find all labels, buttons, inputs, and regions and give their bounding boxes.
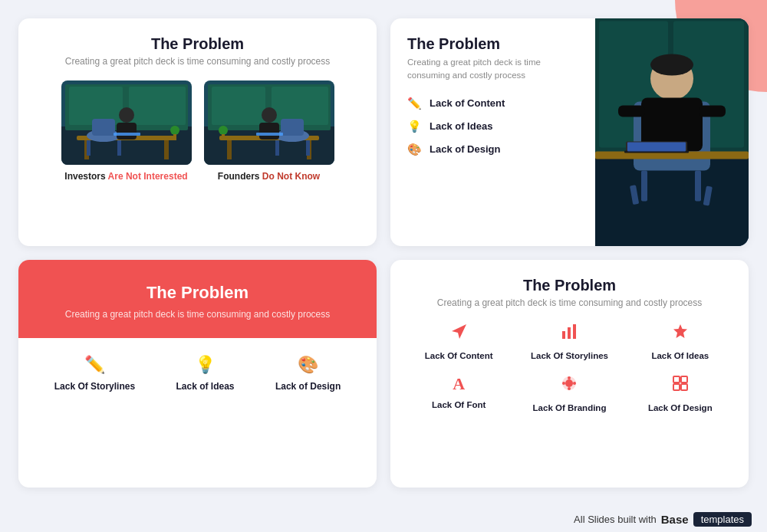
card3-title: The Problem [34,283,361,303]
main-grid: The Problem Creating a great pitch deck … [0,0,767,506]
card4-item-design: Lack Of Design [629,374,732,412]
bulb-icon: 💡 [407,120,422,133]
footer: All Slides built with Base templates [0,506,767,532]
svg-rect-28 [306,140,310,156]
svg-rect-48 [627,143,686,152]
card2-title: The Problem [407,35,580,53]
svg-rect-56 [573,324,576,339]
svg-rect-13 [117,123,137,140]
star-icon [671,322,690,345]
brush-icon: 🎨 [407,143,422,156]
pencil-icon-red: ✏️ [84,355,105,375]
font-icon: A [453,374,465,394]
diamond-icon [560,374,578,397]
svg-rect-14 [114,133,140,136]
svg-rect-7 [164,140,169,159]
card1-label2: Founders Do Not Know [218,171,320,182]
svg-rect-9 [92,119,115,136]
svg-rect-16 [173,134,176,140]
footer-label: All Slides built with [574,514,657,525]
svg-marker-53 [452,324,466,339]
card4-label6: Lack Of Design [648,403,713,412]
svg-rect-43 [618,106,645,117]
card3-item-ideas: 💡 Lack of Ideas [176,355,234,392]
card4-item-content: Lack Of Content [407,322,510,360]
card3-subtitle: Creating a great pitch deck is time cons… [34,309,361,320]
svg-rect-64 [681,376,687,383]
card1-image2 [204,80,334,165]
svg-rect-27 [275,140,279,156]
card4-label5: Lack Of Branding [533,403,607,412]
svg-rect-20 [212,87,265,125]
svg-rect-65 [673,384,680,390]
svg-rect-23 [227,140,232,159]
svg-point-58 [565,379,573,387]
list-item-content: ✏️ Lack of Content [407,97,580,110]
chart-icon [560,322,578,345]
card3-item-design: 🎨 Lack of Design [275,355,341,392]
card-problem-4: The Problem Creating a great pitch deck … [390,260,749,488]
svg-rect-31 [256,133,283,136]
svg-rect-33 [222,134,225,140]
card-problem-1: The Problem Creating a great pitch deck … [18,18,377,246]
list-item-design: 🎨 Lack of Design [407,143,580,156]
bulb-icon-red: 💡 [195,355,216,375]
card1-image1 [61,80,192,165]
svg-rect-26 [281,119,304,136]
card1-image1-block: Investors Are Not Interested [61,80,192,182]
card3-label3: Lack of Design [275,381,341,392]
svg-rect-11 [117,140,121,156]
list-item-ideas: 💡 Lack of Ideas [407,120,580,133]
card4-grid: Lack Of Content Lack Of Storylines [407,322,732,412]
card1-images: Investors Are Not Interested [35,80,360,182]
card2-photo [595,18,749,246]
card4-item-branding: Lack Of Branding [518,374,621,412]
card4-subtitle: Creating a great pitch deck is time cons… [407,297,732,308]
card4-label1: Lack Of Content [425,351,493,360]
footer-text: All Slides built with Base templates [574,512,752,527]
svg-rect-44 [699,106,726,117]
pencil-icon: ✏️ [407,97,422,110]
svg-point-12 [119,107,134,123]
send-icon [449,322,468,345]
card1-label1: Investors Are Not Interested [64,171,187,182]
card3-label1: Lack Of Storylines [54,381,135,392]
svg-rect-30 [259,123,279,140]
svg-rect-54 [562,331,565,339]
svg-point-60 [568,387,571,390]
svg-point-29 [262,107,277,123]
card4-item-font: A Lack Of Font [407,374,510,412]
svg-rect-55 [568,327,571,339]
card2-subtitle: Creating a great pitch deck is time cons… [407,56,580,83]
svg-rect-10 [87,140,91,156]
card3-header: The Problem Creating a great pitch deck … [18,260,377,338]
card3-item-storylines: ✏️ Lack Of Storylines [54,355,135,392]
svg-rect-66 [681,384,687,390]
card4-label3: Lack Of Ideas [651,351,709,360]
card4-title: The Problem [407,277,732,294]
footer-badge: templates [693,512,752,527]
card2-list: ✏️ Lack of Content 💡 Lack of Ideas 🎨 Lac… [407,97,580,156]
card4-item-storylines: Lack Of Storylines [518,322,621,360]
svg-point-61 [562,382,565,385]
card1-title: The Problem [35,35,360,53]
card4-label2: Lack Of Storylines [531,351,608,360]
card2-content: The Problem Creating a great pitch deck … [390,18,595,246]
footer-brand: Base [661,513,689,526]
svg-rect-50 [695,171,701,202]
card1-image2-block: Founders Do Not Know [204,80,334,182]
card3-label2: Lack of Ideas [176,381,234,392]
svg-rect-49 [641,171,647,202]
svg-point-41 [650,54,693,76]
svg-rect-63 [673,376,680,383]
card-problem-3: The Problem Creating a great pitch deck … [18,260,377,488]
card-problem-2: The Problem Creating a great pitch deck … [390,18,749,246]
svg-point-32 [219,126,228,135]
brush-icon-red: 🎨 [298,355,318,375]
svg-rect-4 [129,87,186,125]
card4-item-ideas: Lack Of Ideas [629,322,732,360]
grid-icon [671,374,690,397]
svg-point-59 [568,376,571,379]
card3-body: ✏️ Lack Of Storylines 💡 Lack of Ideas 🎨 … [18,338,377,406]
svg-point-62 [573,382,576,385]
